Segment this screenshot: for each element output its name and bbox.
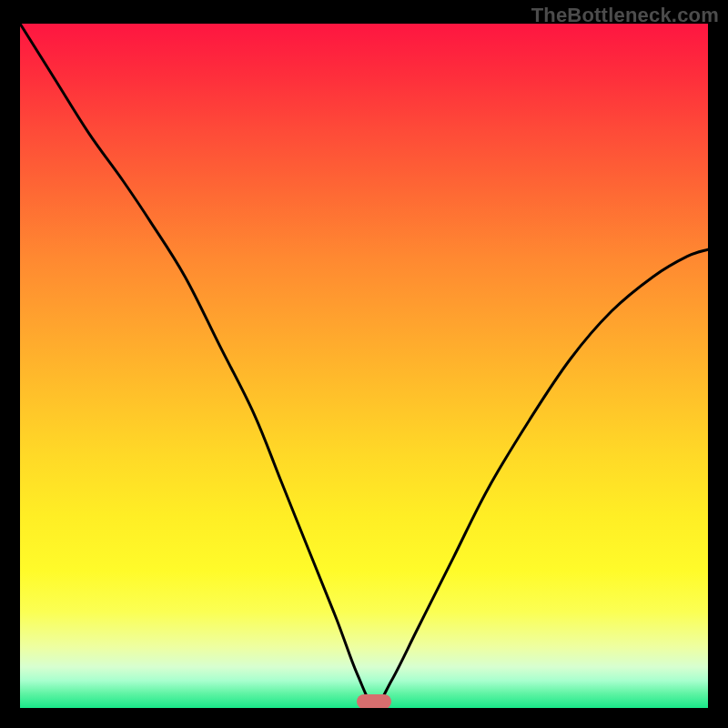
bottleneck-curve: [20, 24, 708, 708]
plot-area: [20, 24, 708, 708]
watermark-text: TheBottleneck.com: [531, 4, 719, 27]
bottleneck-marker: [357, 694, 391, 708]
curve-path: [20, 24, 708, 704]
chart-frame: TheBottleneck.com: [0, 0, 728, 728]
